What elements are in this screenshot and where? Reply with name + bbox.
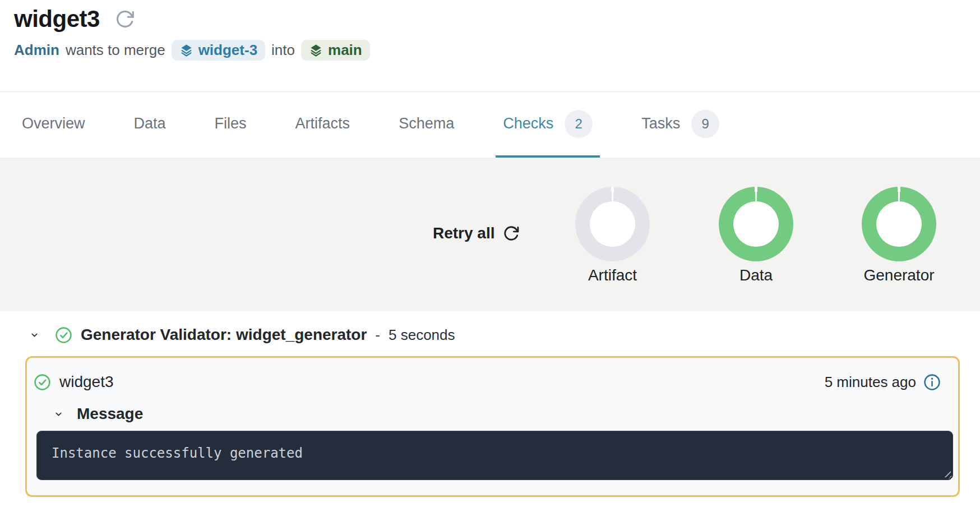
refresh-icon — [115, 9, 135, 29]
message-collapse-toggle[interactable]: Message — [27, 405, 958, 423]
result-meta: 5 minutes ago — [825, 374, 941, 391]
title-row: widget3 — [14, 6, 980, 33]
data-check-donut-group: Data — [719, 187, 793, 284]
checks-count-badge: 2 — [565, 110, 593, 138]
chevron-down-icon — [54, 409, 63, 419]
retry-all-label: Retry all — [433, 224, 495, 242]
donut-hole — [876, 201, 922, 247]
check-circle-icon — [34, 374, 51, 391]
tab-overview[interactable]: Overview — [15, 92, 93, 158]
artifact-check-donut-group: Artifact — [575, 187, 650, 284]
check-result-card: widget3 5 minutes ago Message Instance s… — [25, 356, 960, 497]
data-donut-chart[interactable] — [719, 187, 793, 261]
message-label: Message — [77, 405, 143, 423]
chevron-down-icon — [30, 330, 39, 340]
checks-results-card: Generator Validator: widget_generator - … — [7, 311, 980, 516]
donut-hole — [590, 201, 635, 247]
check-separator: - — [375, 326, 380, 344]
message-textarea[interactable]: Instance successfully generated — [36, 431, 953, 480]
info-icon[interactable] — [923, 374, 941, 391]
donut-label-artifact: Artifact — [575, 266, 650, 284]
tab-files[interactable]: Files — [207, 92, 254, 158]
tab-data[interactable]: Data — [127, 92, 173, 158]
merge-request-page: widget3 Admin wants to merge widget-3 in… — [0, 0, 980, 516]
result-name: widget3 — [59, 373, 114, 391]
message-terminal: Instance successfully generated — [36, 431, 953, 480]
artifact-donut-chart[interactable] — [575, 187, 650, 261]
timestamp: 5 minutes ago — [825, 374, 916, 391]
author-link[interactable]: Admin — [14, 42, 59, 59]
tab-bar: Overview Data Files Artifacts Schema Che… — [0, 91, 980, 158]
branch-layers-icon — [179, 43, 193, 57]
retry-all-button[interactable]: Retry all — [433, 224, 520, 242]
tab-artifacts[interactable]: Artifacts — [288, 92, 358, 158]
tab-label: Artifacts — [295, 115, 350, 132]
tab-label: Data — [134, 115, 166, 132]
tab-tasks[interactable]: Tasks 9 — [634, 92, 727, 158]
retry-refresh-icon — [503, 225, 520, 242]
tab-label: Checks — [503, 115, 553, 132]
check-duration: 5 seconds — [389, 326, 455, 344]
tab-label: Schema — [399, 115, 454, 132]
target-branch-chip[interactable]: main — [301, 40, 370, 61]
source-branch-chip[interactable]: widget-3 — [172, 40, 265, 61]
page-title: widget3 — [14, 6, 100, 33]
check-collapse-header[interactable]: Generator Validator: widget_generator - … — [7, 325, 980, 345]
check-title: Generator Validator: widget_generator — [81, 326, 367, 344]
generator-donut-chart[interactable] — [862, 187, 936, 261]
tab-label: Tasks — [641, 115, 680, 132]
donut-hole — [733, 201, 779, 247]
check-circle-icon — [55, 326, 72, 344]
source-branch-label: widget-3 — [198, 42, 257, 59]
branch-layers-icon — [309, 43, 323, 57]
donut-label-data: Data — [719, 266, 793, 284]
tab-label: Files — [215, 115, 247, 132]
tasks-count-badge: 9 — [691, 110, 719, 138]
tab-label: Overview — [22, 115, 85, 132]
donut-label-generator: Generator — [862, 266, 936, 284]
checks-summary-panel: Retry all Artifact Data Generator — [0, 158, 980, 311]
tab-schema[interactable]: Schema — [391, 92, 461, 158]
generator-check-donut-group: Generator — [862, 187, 936, 284]
page-header: widget3 Admin wants to merge widget-3 in… — [0, 0, 980, 91]
refresh-button[interactable] — [115, 9, 135, 29]
merge-text: wants to merge — [66, 42, 165, 59]
result-row: widget3 5 minutes ago — [27, 358, 958, 391]
merge-subtitle: Admin wants to merge widget-3 into main — [14, 40, 980, 61]
tab-checks[interactable]: Checks 2 — [496, 92, 600, 158]
into-text: into — [271, 42, 295, 59]
target-branch-label: main — [328, 42, 362, 59]
